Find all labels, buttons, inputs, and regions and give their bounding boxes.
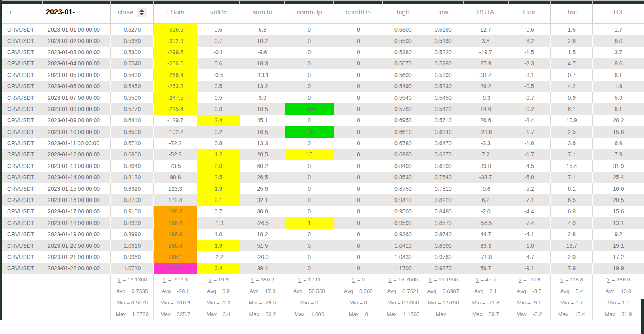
cell-close: Avg = 0.7335 xyxy=(111,285,154,297)
cell-sumta: 25.9 xyxy=(240,183,285,194)
cell-combup: ∑ = 1,111 xyxy=(285,274,334,285)
cell-volpc: 1.9 xyxy=(197,240,240,251)
table-row: CRVUSDT2023-01-15 00:00:000.8320123.31.9… xyxy=(1,183,644,194)
cell-esum: -129.7 xyxy=(154,115,197,126)
cell-combup: 0 xyxy=(285,35,334,46)
cell-esum: 198.3 xyxy=(154,206,197,217)
cell-u: CRVUSDT xyxy=(1,138,42,149)
cell-hair: -0.6 xyxy=(508,24,551,35)
cell-tail: 1.5 xyxy=(551,24,593,35)
cell-sumta: 18.2 xyxy=(240,229,285,240)
cell-sumta: 13.3 xyxy=(240,138,285,149)
cell-esum: 186.2 xyxy=(154,217,197,229)
cell-high: 0.9410 xyxy=(383,194,423,206)
column-header-esum[interactable]: ESum xyxy=(154,4,197,24)
cell-date: 2023-01-16 00:00:00 xyxy=(42,194,111,206)
cell-high: 0.5600 xyxy=(383,69,423,81)
cell-combup: Min = 0 xyxy=(285,297,334,308)
column-header-bsta-label: BSTA xyxy=(470,7,501,20)
cell-bx: 1.9 xyxy=(593,81,644,92)
column-header-combdn[interactable]: combDn xyxy=(334,4,383,24)
filter-input-date[interactable]: 2023-01- xyxy=(42,4,111,24)
cell-low: 0.6800 xyxy=(423,160,463,172)
cell-tail: 4.7 xyxy=(551,58,593,69)
cell-combdn: 0 xyxy=(334,149,383,160)
column-header-close-label: close xyxy=(117,8,133,16)
cell-bsta: 33.3 xyxy=(463,240,508,251)
cell-close: 0.6410 xyxy=(111,115,154,126)
cell-low: 0.6470 xyxy=(423,138,463,149)
column-header-bsta[interactable]: BSTA xyxy=(463,4,508,24)
column-header-bx[interactable]: BX xyxy=(593,4,644,24)
column-header-high[interactable]: high xyxy=(383,4,423,24)
cell-close: 0.9100 xyxy=(111,206,154,217)
cell-combup: Avg = 50.500 xyxy=(285,285,334,297)
cell-volpc: 0.6 xyxy=(197,58,240,69)
cell-high: 1.0430 xyxy=(383,251,423,263)
top-strip-segment xyxy=(423,0,463,4)
cell-combup: 10 xyxy=(285,149,334,160)
filter-input-date-value: 2023-01- xyxy=(46,6,104,20)
cell-tail: Max = 15.4 xyxy=(551,308,593,320)
cell-combdn: 0 xyxy=(334,69,383,81)
cell-close: 0.8790 xyxy=(111,194,154,206)
cell-date: 2023-01-03 00:00:00 xyxy=(42,47,111,58)
cell-tail: 2.8 xyxy=(551,229,593,240)
cell-combdn: Avg = 0.000 xyxy=(334,285,383,297)
table-row: CRVUSDT2023-01-06 00:00:000.5460-263.80.… xyxy=(1,81,644,92)
scrollbar-fragment[interactable] xyxy=(641,299,644,334)
filter-input-symbol[interactable]: u xyxy=(1,4,42,24)
table-row: CRVUSDT2023-01-09 00:00:000.6410-129.72.… xyxy=(1,115,644,126)
cell-combdn: 0 xyxy=(334,35,383,46)
cell-u: CRVUSDT xyxy=(1,206,42,217)
column-header-volpc[interactable]: volPc xyxy=(197,4,240,24)
column-header-combup[interactable]: combUp xyxy=(285,4,334,24)
column-header-hair[interactable]: Hair xyxy=(508,4,551,24)
cell-combup: 0 xyxy=(285,194,334,206)
cell-combup: 100 xyxy=(285,126,334,138)
column-header-sumta[interactable]: sumTa xyxy=(240,4,285,24)
column-header-close[interactable]: close xyxy=(111,4,154,24)
cell-combup: 0 xyxy=(285,240,334,251)
cell-bx: 6.0 xyxy=(593,35,644,46)
cell-low: 0.7810 xyxy=(423,183,463,194)
cell-combdn: 0 xyxy=(334,47,383,58)
cell-hair: -0.5 xyxy=(508,81,551,92)
cell-bx: 15.6 xyxy=(593,206,644,217)
cell-combdn: 0 xyxy=(334,115,383,126)
cell-combup: 0 xyxy=(285,115,334,126)
cell-combdn: 0 xyxy=(334,81,383,92)
cell-low: 0.5190 xyxy=(423,35,463,46)
cell-esum: -266.4 xyxy=(154,69,197,81)
cell-date: 2023-01-17 00:00:00 xyxy=(42,206,111,217)
sort-button[interactable] xyxy=(137,8,147,17)
cell-bx: 28.2 xyxy=(593,115,644,126)
cell-close: 0.5430 xyxy=(111,69,154,81)
cell-low: 0.9760 xyxy=(423,251,463,263)
cell-bx: 8.6 xyxy=(593,58,644,69)
cell-esum: -302.9 xyxy=(154,35,197,46)
cell-low: 0.6370 xyxy=(423,149,463,160)
cell-bx: 1.7 xyxy=(593,24,644,35)
table-row: CRVUSDT2023-01-11 00:00:000.6710-72.20.8… xyxy=(1,138,644,149)
cell-sumta: 10.2 xyxy=(240,35,285,46)
cell-bx: ∑ = 286.6 xyxy=(593,274,644,285)
top-strip-segment xyxy=(285,0,334,4)
cell-combup: Max = 1,000 xyxy=(285,308,334,320)
cell-date: 2023-01-15 00:00:00 xyxy=(42,183,111,194)
cell-esum: 73.5 xyxy=(154,160,197,172)
cell-u: CRVUSDT xyxy=(1,115,42,126)
cell-bx: 19.1 xyxy=(593,240,644,251)
cell-close: 0.5540 xyxy=(111,58,154,69)
top-strip-segment xyxy=(593,0,644,4)
cell-close: 0.8930 xyxy=(111,217,154,229)
cell-tail: 0.9 xyxy=(551,92,593,103)
column-header-tail[interactable]: Tail xyxy=(551,4,593,24)
cell-u xyxy=(1,285,42,297)
column-header-low[interactable]: low xyxy=(423,4,463,24)
cell-hair: -1.5 xyxy=(508,47,551,58)
cell-sumta: 45.1 xyxy=(240,115,285,126)
table-row: CRVUSDT2023-01-19 00:00:000.8990186.01.0… xyxy=(1,229,644,240)
cell-volpc: 2.4 xyxy=(197,115,240,126)
cell-combdn: 0 xyxy=(334,24,383,35)
